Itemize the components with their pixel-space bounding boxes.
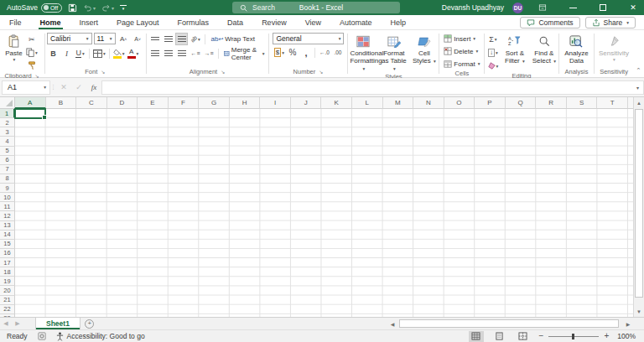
column-header-i[interactable]: I <box>260 97 291 109</box>
qat-customize-button[interactable]: ▾ <box>120 5 127 11</box>
column-header-d[interactable]: D <box>107 97 138 109</box>
conditional-formatting-button[interactable]: Conditional Formatting ▾ <box>348 32 378 73</box>
tab-formulas[interactable]: Formulas <box>169 15 219 29</box>
column-header-t[interactable]: T <box>597 97 628 109</box>
select-all-button[interactable] <box>0 97 15 109</box>
accessibility-status[interactable]: Accessibility: Good to go <box>56 332 145 341</box>
column-header-e[interactable]: E <box>138 97 169 109</box>
font-dialog-launcher[interactable]: ↘ <box>100 68 106 75</box>
column-header-h[interactable]: H <box>230 97 261 109</box>
zoom-level[interactable]: 100% <box>617 332 636 340</box>
row-header-1[interactable]: 1 <box>0 109 15 118</box>
view-page-break-button[interactable] <box>516 331 531 342</box>
column-header-b[interactable]: B <box>46 97 77 109</box>
row-header-17[interactable]: 17 <box>0 258 15 267</box>
align-top-button[interactable] <box>148 33 161 45</box>
column-header-c[interactable]: C <box>76 97 107 109</box>
add-sheet-button[interactable]: + <box>80 318 99 329</box>
row-header-20[interactable]: 20 <box>0 286 15 295</box>
collapse-ribbon-button[interactable]: ⌃ <box>636 67 641 74</box>
font-size-select[interactable]: 11▾ <box>94 33 116 44</box>
number-format-select[interactable]: General▾ <box>273 33 344 44</box>
row-header-4[interactable]: 4 <box>0 137 15 146</box>
column-header-j[interactable]: J <box>291 97 322 109</box>
row-header-10[interactable]: 10 <box>0 193 15 202</box>
tab-review[interactable]: Review <box>252 15 296 29</box>
user-name[interactable]: Devansh Upadhyay <box>442 3 504 12</box>
align-left-button[interactable] <box>148 47 161 60</box>
row-header-8[interactable]: 8 <box>0 174 15 184</box>
tab-help[interactable]: Help <box>382 15 416 29</box>
row-header-13[interactable]: 13 <box>0 221 15 231</box>
vertical-scroll-thumb[interactable] <box>635 109 643 298</box>
row-header-19[interactable]: 19 <box>0 277 15 286</box>
format-as-table-button[interactable]: Format as Table ▾ <box>379 32 408 73</box>
align-right-button[interactable] <box>175 47 188 60</box>
formula-bar-expand-button[interactable]: ▾ <box>632 80 644 95</box>
borders-button[interactable]: ▾ <box>92 47 106 60</box>
comments-button[interactable]: Comments <box>520 17 579 28</box>
row-header-5[interactable]: 5 <box>0 147 15 156</box>
search-input[interactable]: Search <box>232 2 400 13</box>
sheet-tab-sheet1[interactable]: Sheet1 <box>35 318 80 329</box>
maximize-button[interactable] <box>592 0 614 15</box>
cell-styles-button[interactable]: Cell Styles ▾ <box>409 32 439 65</box>
increase-indent-button[interactable]: →≡ <box>202 47 215 60</box>
grid-cells[interactable] <box>15 109 633 317</box>
zoom-slider-thumb[interactable] <box>572 334 574 339</box>
row-header-16[interactable]: 16 <box>0 249 15 258</box>
font-name-select[interactable]: Calibri▾ <box>47 33 91 44</box>
vertical-scrollbar[interactable]: ▲ ▼ <box>633 97 644 317</box>
view-page-layout-button[interactable] <box>492 331 507 342</box>
name-box[interactable]: A1 ▾ <box>2 80 50 95</box>
row-header-6[interactable]: 6 <box>0 156 15 165</box>
tab-home[interactable]: Home <box>31 15 70 29</box>
increase-decimal-button[interactable]: ←.0 <box>318 46 330 59</box>
increase-font-size-button[interactable]: A˄ <box>117 33 130 45</box>
share-button[interactable]: Share ▾ <box>585 17 636 28</box>
merge-center-button[interactable]: Merge & Center ▾ <box>222 48 266 60</box>
fill-color-button[interactable]: ▾ <box>112 47 126 60</box>
row-header-3[interactable]: 3 <box>0 127 15 137</box>
sensitivity-button[interactable]: Sensitivity ▾ <box>595 32 632 63</box>
find-select-button[interactable]: Find & Select ▾ <box>530 32 558 65</box>
sheet-nav-left-button[interactable]: ◀ <box>0 318 12 329</box>
column-header-p[interactable]: P <box>475 97 506 109</box>
ribbon-display-options-button[interactable] <box>532 0 553 15</box>
row-header-22[interactable]: 22 <box>0 305 15 314</box>
column-header-q[interactable]: Q <box>506 97 537 109</box>
redo-button[interactable]: ▾ <box>101 3 114 13</box>
tab-automate[interactable]: Automate <box>330 15 382 29</box>
decrease-font-size-button[interactable]: A˅ <box>132 33 144 45</box>
column-header-a[interactable]: A <box>15 97 46 109</box>
orientation-button[interactable]: ab▾ <box>189 33 201 45</box>
column-header-o[interactable]: O <box>444 97 475 109</box>
cancel-button[interactable]: ✕ <box>56 80 71 95</box>
sort-filter-button[interactable]: AZ Sort & Filter ▾ <box>501 32 528 65</box>
tab-file[interactable]: File <box>0 15 31 29</box>
row-header-9[interactable]: 9 <box>0 184 15 193</box>
row-header-21[interactable]: 21 <box>0 296 15 305</box>
tab-page-layout[interactable]: Page Layout <box>107 15 169 29</box>
align-bottom-button[interactable] <box>175 33 188 45</box>
percent-style-button[interactable]: % <box>286 46 299 59</box>
cut-button[interactable]: ✂ <box>25 33 39 45</box>
row-header-18[interactable]: 18 <box>0 267 15 277</box>
scroll-down-arrow[interactable]: ▼ <box>634 306 644 317</box>
copy-button[interactable]: ▾ <box>25 46 39 59</box>
avatar[interactable]: DU <box>512 3 523 13</box>
macro-record-button[interactable] <box>38 332 46 340</box>
scroll-up-arrow[interactable]: ▲ <box>634 97 644 108</box>
delete-cells-button[interactable]: Delete▾ <box>442 45 481 57</box>
fill-button[interactable]: ↓▾ <box>486 46 499 59</box>
italic-button[interactable]: I <box>60 47 73 60</box>
selected-cell-a1[interactable] <box>14 108 46 119</box>
column-header-m[interactable]: M <box>383 97 414 109</box>
tab-insert[interactable]: Insert <box>70 15 108 29</box>
accounting-format-button[interactable]: $▾ <box>273 46 285 59</box>
font-color-button[interactable]: A ▾ <box>127 47 140 60</box>
align-middle-button[interactable] <box>162 33 174 45</box>
undo-button[interactable]: ▾ <box>83 3 96 13</box>
analyze-data-button[interactable]: Analyze Data <box>559 32 593 65</box>
insert-function-button[interactable]: fx <box>86 80 101 95</box>
